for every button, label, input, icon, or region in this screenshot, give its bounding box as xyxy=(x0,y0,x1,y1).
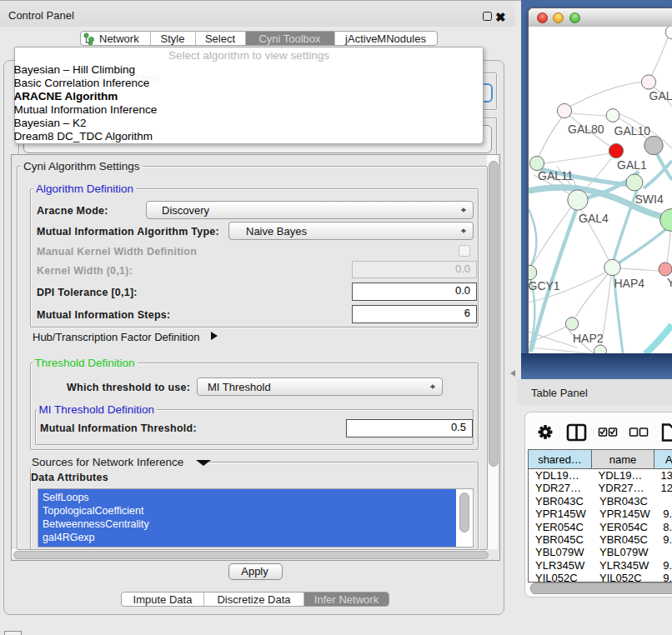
svg-text:GAL11: GAL11 xyxy=(538,169,574,182)
svg-text:HAP2: HAP2 xyxy=(573,332,604,345)
svg-text:GAL4: GAL4 xyxy=(579,212,609,225)
svg-text:GAL80: GAL80 xyxy=(568,122,604,136)
svg-text:GCY1: GCY1 xyxy=(529,279,560,292)
svg-text:Y: Y xyxy=(667,276,672,289)
svg-text:HAP4: HAP4 xyxy=(614,277,645,290)
svg-text:GAL7: GAL7 xyxy=(649,89,672,102)
svg-text:GAL10: GAL10 xyxy=(614,124,651,138)
svg-text:GAL1: GAL1 xyxy=(617,158,647,172)
svg-text:SWI4: SWI4 xyxy=(635,192,664,206)
